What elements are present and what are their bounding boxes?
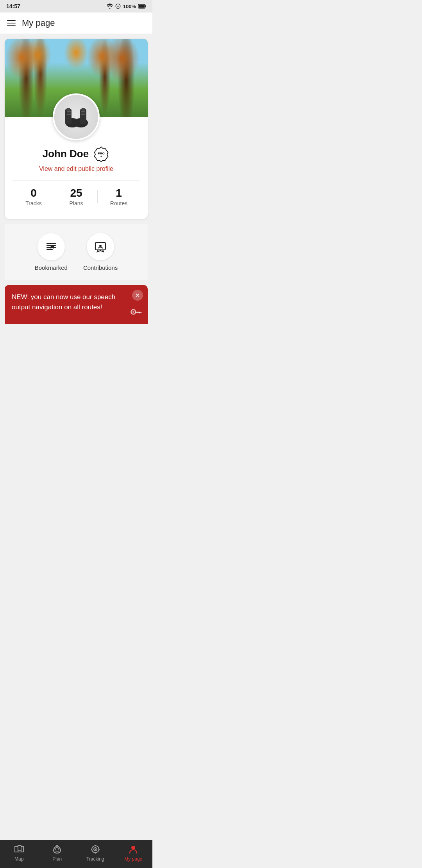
battery-text: 100% <box>123 4 136 9</box>
pro-badge: PRO + <box>93 145 110 162</box>
contributions-action[interactable]: Contributions <box>83 233 118 271</box>
bookmarked-label: Bookmarked <box>35 264 68 271</box>
plans-count: 25 <box>55 187 97 199</box>
svg-text:PRO: PRO <box>98 152 105 155</box>
profile-info: John Doe PRO + View and edit public prof… <box>5 140 148 219</box>
quick-actions: Bookmarked Contributions <box>5 224 148 280</box>
header: My page <box>0 13 152 34</box>
banner-close-button[interactable] <box>132 290 143 301</box>
avatar-image <box>54 95 98 139</box>
menu-button[interactable] <box>7 20 16 26</box>
stats-row: 0 Tracks 25 Plans 1 Routes <box>13 180 140 210</box>
dnd-icon <box>115 4 121 9</box>
stat-routes[interactable]: 1 Routes <box>98 187 140 206</box>
stat-tracks[interactable]: 0 Tracks <box>13 187 55 206</box>
svg-point-26 <box>132 311 134 313</box>
bookmarked-action[interactable]: Bookmarked <box>35 233 68 271</box>
contributions-icon-circle <box>87 233 114 260</box>
avatar[interactable] <box>53 93 100 140</box>
svg-text:+: + <box>100 155 102 158</box>
routes-count: 1 <box>98 187 140 199</box>
profile-card: John Doe PRO + View and edit public prof… <box>5 39 148 219</box>
battery-icon <box>138 4 146 9</box>
tracks-label: Tracks <box>13 200 55 206</box>
contributions-label: Contributions <box>83 264 118 271</box>
svg-rect-3 <box>145 5 147 7</box>
avatar-container <box>5 93 148 140</box>
svg-rect-7 <box>66 108 70 111</box>
routes-label: Routes <box>98 200 140 206</box>
svg-rect-13 <box>81 108 85 111</box>
promo-banner: NEW: you can now use our speech output n… <box>5 285 148 324</box>
plans-label: Plans <box>55 200 97 206</box>
status-icons: 100% <box>107 4 146 9</box>
status-bar: 14:57 100% <box>0 0 152 13</box>
svg-rect-19 <box>46 243 56 244</box>
svg-rect-22 <box>46 249 53 250</box>
edit-profile-link[interactable]: View and edit public profile <box>13 165 140 172</box>
stat-plans[interactable]: 25 Plans <box>55 187 97 206</box>
svg-line-28 <box>139 312 140 313</box>
svg-line-27 <box>136 310 141 315</box>
bookmarked-icon-circle <box>38 233 65 260</box>
banner-text: NEW: you can now use our speech output n… <box>12 292 141 312</box>
svg-rect-4 <box>139 5 145 8</box>
user-name: John Doe <box>43 148 89 160</box>
user-name-row: John Doe PRO + <box>13 145 140 162</box>
status-time: 14:57 <box>6 3 20 9</box>
page-title: My page <box>22 18 55 28</box>
bookmarked-icon <box>45 240 57 253</box>
wifi-icon <box>107 4 113 9</box>
tracks-count: 0 <box>13 187 55 199</box>
contributions-icon <box>94 240 107 253</box>
